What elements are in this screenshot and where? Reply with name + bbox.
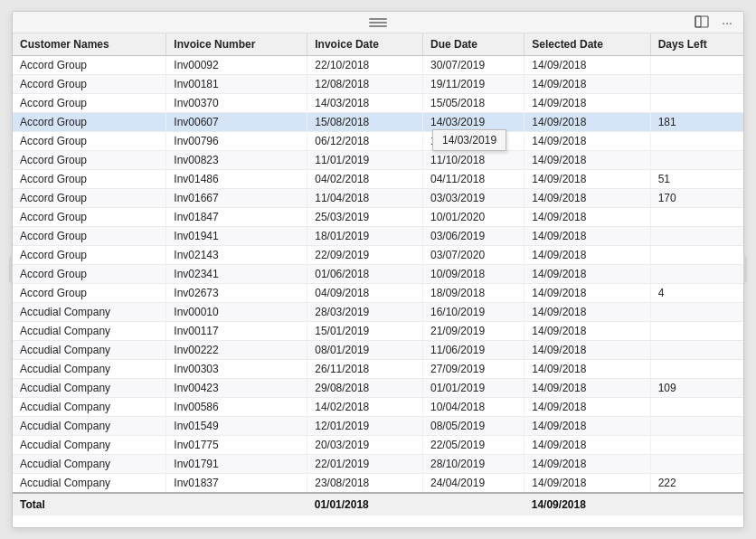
cell-customer: Accudial Company — [13, 417, 166, 436]
cell-invoice: Inv00181 — [166, 75, 307, 94]
table-row: Accord GroupInv0018112/08/201819/11/2019… — [13, 75, 743, 94]
cell-invoice-date: 18/01/2019 — [307, 227, 423, 246]
cell-due-date: 28/10/2019 — [423, 455, 524, 474]
table-row: Accudial CompanyInv0042329/08/201801/01/… — [13, 379, 743, 398]
cell-customer: Accord Group — [13, 189, 166, 208]
cell-invoice-date: 25/03/2019 — [307, 208, 423, 227]
cell-due-date: 21/09/2019 — [423, 322, 524, 341]
col-selected-date: Selected Date — [524, 33, 650, 56]
more-options-button[interactable]: ··· — [718, 14, 736, 31]
table-row: Accord GroupInv0079606/12/201818/06/2019… — [13, 132, 743, 151]
cell-invoice-date: 22/01/2019 — [307, 455, 423, 474]
table-wrapper[interactable]: Customer Names Invoice Number Invoice Da… — [13, 33, 743, 527]
table-row: Accord GroupInv0060715/08/201814/03/2019… — [13, 113, 743, 132]
cell-invoice: Inv00423 — [166, 379, 307, 398]
cell-invoice-date: 26/11/2018 — [307, 360, 423, 379]
cell-invoice: Inv01667 — [166, 189, 307, 208]
cell-invoice: Inv00796 — [166, 132, 307, 151]
cell-due-date: 15/05/2018 — [423, 94, 524, 113]
cell-due-date: 14/03/201914/03/2019 — [423, 113, 524, 132]
cell-days-left — [650, 417, 743, 436]
cell-customer: Accudial Company — [13, 379, 166, 398]
cell-days-left — [650, 341, 743, 360]
table-row: Accord GroupInv0267304/09/201818/09/2018… — [13, 284, 743, 303]
cell-invoice: Inv01791 — [166, 455, 307, 474]
cell-selected-date: 14/09/2018 — [524, 151, 650, 170]
cell-invoice: Inv01847 — [166, 208, 307, 227]
cell-invoice-date: 15/01/2019 — [307, 322, 423, 341]
cell-invoice-date: 12/08/2018 — [307, 75, 423, 94]
svg-rect-0 — [695, 16, 708, 27]
cell-customer: Accord Group — [13, 227, 166, 246]
cell-customer: Accord Group — [13, 75, 166, 94]
expand-button[interactable] — [691, 14, 713, 32]
footer-row: Total 01/01/2018 14/09/2018 — [13, 493, 743, 515]
cell-days-left — [650, 208, 743, 227]
cell-customer: Accudial Company — [13, 341, 166, 360]
cell-selected-date: 14/09/2018 — [524, 322, 650, 341]
cell-days-left — [650, 436, 743, 455]
cell-customer: Accord Group — [13, 151, 166, 170]
cell-due-date: 24/04/2019 — [423, 474, 524, 494]
cell-invoice-date: 11/01/2019 — [307, 151, 423, 170]
cell-customer: Accudial Company — [13, 360, 166, 379]
cell-customer: Accudial Company — [13, 455, 166, 474]
cell-selected-date: 14/09/2018 — [524, 474, 650, 494]
cell-selected-date: 14/09/2018 — [524, 113, 650, 132]
cell-customer: Accord Group — [13, 113, 166, 132]
cell-days-left — [650, 94, 743, 113]
cell-invoice: Inv00370 — [166, 94, 307, 113]
cell-due-date: 19/11/2019 — [423, 75, 524, 94]
cell-days-left — [650, 322, 743, 341]
cell-selected-date: 14/09/2018 — [524, 398, 650, 417]
cell-customer: Accudial Company — [13, 303, 166, 322]
svg-rect-1 — [695, 16, 701, 27]
cell-due-date: 01/01/2019 — [423, 379, 524, 398]
cell-invoice: Inv00117 — [166, 322, 307, 341]
table-header-row: Customer Names Invoice Number Invoice Da… — [13, 33, 743, 56]
cell-invoice: Inv02341 — [166, 265, 307, 284]
table-row: Accord GroupInv0184725/03/201910/01/2020… — [13, 208, 743, 227]
cell-invoice: Inv01549 — [166, 417, 307, 436]
cell-invoice-date: 01/06/2018 — [307, 265, 423, 284]
cell-customer: Accord Group — [13, 284, 166, 303]
cell-invoice-date: 04/09/2018 — [307, 284, 423, 303]
table-row: Accudial CompanyInv0022208/01/201911/06/… — [13, 341, 743, 360]
cell-due-date: 27/09/2019 — [423, 360, 524, 379]
table-row: Accord GroupInv0234101/06/201810/09/2018… — [13, 265, 743, 284]
cell-days-left: 222 — [650, 474, 743, 494]
cell-invoice-date: 14/02/2018 — [307, 398, 423, 417]
col-invoice-date: Invoice Date — [307, 33, 423, 56]
cell-invoice: Inv00092 — [166, 56, 307, 75]
cell-due-date: 03/07/2020 — [423, 246, 524, 265]
cell-days-left — [650, 227, 743, 246]
cell-invoice-date: 15/08/2018 — [307, 113, 423, 132]
table-row: Accord GroupInv0194118/01/201903/06/2019… — [13, 227, 743, 246]
cell-selected-date: 14/09/2018 — [524, 303, 650, 322]
cell-days-left: 51 — [650, 170, 743, 189]
cell-days-left: 170 — [650, 189, 743, 208]
cell-invoice: Inv02673 — [166, 284, 307, 303]
drag-handle[interactable] — [369, 18, 387, 27]
table-row: Accudial CompanyInv0179122/01/201928/10/… — [13, 455, 743, 474]
cell-invoice-date: 22/09/2019 — [307, 246, 423, 265]
cell-due-date: 10/09/2018 — [423, 265, 524, 284]
cell-invoice-date: 23/08/2018 — [307, 474, 423, 494]
cell-selected-date: 14/09/2018 — [524, 189, 650, 208]
cell-due-date: 18/06/2019 — [423, 132, 524, 151]
main-panel: ··· Customer Names Invoice Number Invoic… — [12, 11, 744, 528]
cell-selected-date: 14/09/2018 — [524, 94, 650, 113]
cell-invoice: Inv01775 — [166, 436, 307, 455]
cell-invoice: Inv00222 — [166, 341, 307, 360]
col-due-date: Due Date — [423, 33, 524, 56]
table-row: Accord GroupInv0148604/02/201804/11/2018… — [13, 170, 743, 189]
cell-days-left: 109 — [650, 379, 743, 398]
cell-invoice-date: 12/01/2019 — [307, 417, 423, 436]
cell-days-left — [650, 75, 743, 94]
table-row: Accudial CompanyInv0030326/11/201827/09/… — [13, 360, 743, 379]
cell-invoice: Inv02143 — [166, 246, 307, 265]
cell-selected-date: 14/09/2018 — [524, 265, 650, 284]
cell-selected-date: 14/09/2018 — [524, 132, 650, 151]
cell-days-left — [650, 455, 743, 474]
col-invoice-number: Invoice Number — [166, 33, 307, 56]
